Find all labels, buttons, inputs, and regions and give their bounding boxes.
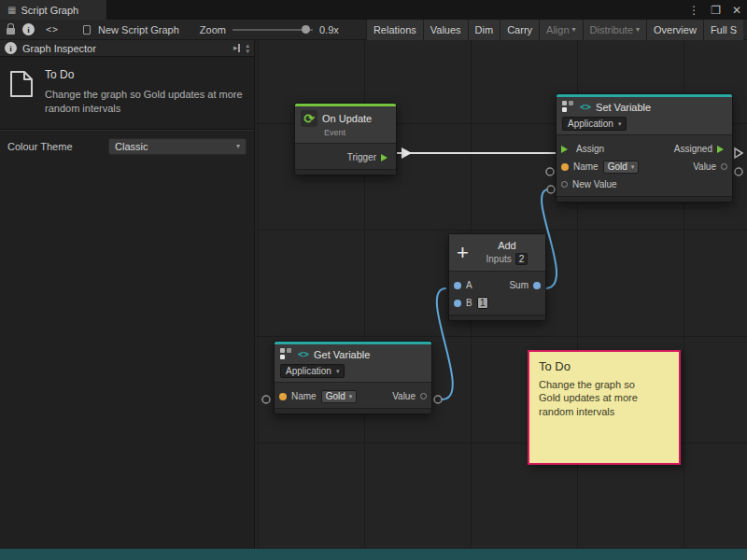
b-input-port[interactable] (454, 300, 461, 307)
flow-arrowhead-icon (402, 147, 412, 159)
todo-title: To Do (45, 68, 243, 81)
script-graph-tab-icon: ▦ (7, 5, 16, 15)
node-footer (295, 169, 396, 175)
node-footer (449, 315, 545, 320)
tab-script-graph[interactable]: ▦ Script Graph (0, 0, 106, 20)
value-port-label: Value (392, 391, 416, 401)
chevron-down-icon: ▾ (236, 142, 240, 150)
node-footer (275, 408, 431, 413)
window-menu-icon[interactable]: ⋮ (688, 4, 699, 17)
sum-port-label: Sum (509, 280, 529, 290)
value-output-port[interactable] (420, 393, 427, 399)
port-getvar-name-outer[interactable] (262, 396, 270, 403)
value-output-port[interactable] (721, 163, 727, 170)
lock-icon[interactable] (7, 28, 15, 35)
port-assigned-outer-icon[interactable] (735, 148, 742, 158)
fullscreen-button[interactable]: Full S (703, 20, 743, 40)
port-setvar-name-outer[interactable] (546, 168, 554, 175)
info-icon[interactable]: i (22, 23, 35, 35)
code-icon[interactable]: <> (46, 24, 59, 35)
carry-button[interactable]: Carry (500, 20, 539, 40)
node-footer (557, 196, 732, 202)
maximize-icon[interactable]: ❐ (711, 4, 721, 17)
todo-text: Change the graph so Gold updates at more… (45, 88, 243, 116)
sticky-note-icon (9, 70, 34, 98)
variable-scope-dropdown[interactable]: Application ▾ (280, 364, 345, 378)
graph-name-label: New Script Graph (98, 24, 179, 35)
node-set-variable[interactable]: <> Set Variable Application ▾ Assign Ass… (556, 93, 733, 203)
values-button[interactable]: Values (423, 20, 468, 40)
status-bar (0, 549, 747, 560)
new-value-port-label: New Value (572, 179, 617, 189)
tab-title: Script Graph (21, 5, 78, 16)
name-input-port[interactable] (561, 163, 569, 171)
close-icon[interactable]: ✕ (732, 4, 741, 17)
node-title: Get Variable (314, 349, 370, 360)
a-input-port[interactable] (454, 282, 461, 289)
b-value-field[interactable]: 1 (477, 297, 488, 309)
zoom-slider[interactable] (233, 29, 313, 31)
port-getvar-value-outer[interactable] (434, 396, 442, 403)
scroll-down-icon[interactable]: ▾ (246, 49, 249, 54)
chevron-down-icon: ▾ (349, 393, 353, 400)
b-port-label: B (466, 298, 472, 308)
variable-name-dropdown[interactable]: Gold ▾ (321, 390, 358, 403)
variables-icon (562, 101, 575, 113)
node-subtitle: Event (324, 128, 390, 137)
node-title: On Update (322, 113, 372, 124)
colour-theme-label: Colour Theme (7, 141, 101, 152)
chevron-down-icon: ▾ (636, 25, 640, 34)
node-on-update[interactable]: ⟳ On Update Event Trigger (294, 103, 397, 175)
panel-scrollbar[interactable]: ▴ ▾ (246, 43, 249, 54)
assign-input-port[interactable] (561, 146, 571, 153)
port-setvar-newvalue-outer[interactable] (547, 186, 555, 193)
graph-canvas[interactable]: ⟳ On Update Event Trigger <> Set Variabl… (255, 40, 747, 549)
node-title: Add (498, 240, 516, 251)
inputs-count-field[interactable]: 2 (515, 253, 529, 265)
assigned-output-port[interactable] (717, 146, 727, 153)
sticky-note-text: Change the graph so Gold updates at more… (539, 378, 658, 418)
colour-theme-dropdown[interactable]: Classic ▾ (108, 138, 247, 155)
name-port-label: Name (291, 391, 317, 401)
graph-inspector-panel: i Graph Inspector ▸ ▴ ▾ To Do Change the… (0, 40, 255, 549)
zoom-value: 0.9x (319, 24, 339, 35)
name-port-label: Name (573, 161, 599, 172)
todo-summary: To Do Change the graph so Gold updates a… (0, 57, 254, 125)
zoom-slider-thumb[interactable] (302, 25, 310, 34)
chevron-down-icon: ▾ (336, 368, 340, 375)
add-icon: + (457, 244, 469, 262)
node-title: Set Variable (596, 102, 651, 113)
inspector-header: i Graph Inspector ▸ ▴ ▾ (0, 40, 254, 57)
sum-output-port[interactable] (533, 282, 541, 289)
relations-button[interactable]: Relations (366, 20, 423, 40)
script-graph-asset-icon (83, 25, 91, 35)
chevron-down-icon: ▾ (618, 120, 622, 128)
graph-toolbar: i <> New Script Graph Zoom 0.9x Relation… (0, 20, 747, 40)
node-get-variable[interactable]: <> Get Variable Application ▾ Name Gold … (274, 341, 432, 414)
name-input-port[interactable] (279, 393, 287, 400)
chevron-down-icon: ▾ (631, 163, 635, 171)
value-port-label: Value (693, 161, 716, 172)
variables-icon (280, 348, 293, 360)
on-update-icon: ⟳ (301, 110, 317, 127)
variable-name-dropdown[interactable]: Gold ▾ (603, 161, 640, 174)
zoom-label: Zoom (200, 24, 226, 35)
variable-scope-dropdown[interactable]: Application ▾ (562, 117, 627, 131)
trigger-output-port[interactable] (381, 154, 391, 161)
a-port-label: A (466, 280, 472, 290)
port-setvar-value-outer[interactable] (735, 168, 742, 175)
overview-button[interactable]: Overview (646, 20, 703, 40)
dim-button[interactable]: Dim (468, 20, 500, 40)
inputs-label: Inputs (486, 254, 512, 264)
node-add[interactable]: + Add Inputs 2 A Sum (448, 233, 546, 321)
assign-port-label: Assign (576, 144, 604, 154)
align-button[interactable]: Align▾ (539, 20, 582, 40)
sticky-note-title: To Do (539, 359, 669, 373)
inspector-info-icon: i (5, 42, 17, 54)
sticky-note[interactable]: To Do Change the graph so Gold updates a… (528, 350, 681, 465)
variable-code-icon: <> (580, 102, 591, 112)
variable-code-icon: <> (298, 349, 309, 359)
new-value-input-port[interactable] (561, 181, 568, 188)
distribute-button[interactable]: Distribute▾ (583, 20, 646, 40)
dock-panel-icon[interactable]: ▸ (233, 44, 241, 52)
